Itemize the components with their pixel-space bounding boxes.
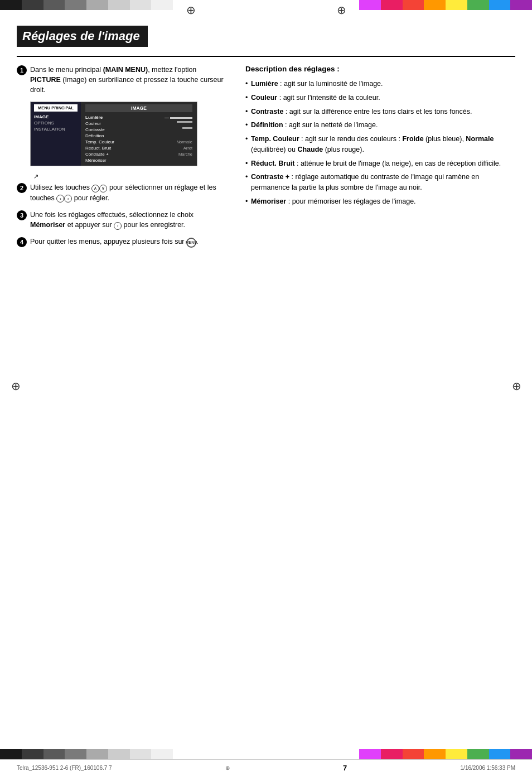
menu-illustration: MENU PRINCIPAL IMAGE OPTIONS INSTALLATIO… (30, 102, 197, 166)
menu-item-lumiere: Lumière — (85, 114, 192, 121)
bottom-color-bars-left (0, 749, 173, 759)
page-number: 7 (343, 764, 347, 772)
step-4-number: 4 (17, 237, 27, 247)
desc-item-couleur: Couleur : agit sur l'intensité de la cou… (245, 93, 515, 103)
menu-right-title: IMAGE (85, 104, 192, 112)
description-list: Lumière : agit sur la luminosité de l'im… (245, 79, 515, 207)
main-two-col: 1 Dans le menu principal (MAIN MENU), me… (17, 65, 515, 254)
step-2-text: Utilisez les touches ∧∨ pour sélectionne… (30, 182, 229, 203)
menu-item-memoriser: Mémoriser (85, 157, 192, 163)
menu-left-item-options: OPTIONS (34, 120, 78, 126)
desc-item-contraste: Contraste : agit sur la différence entre… (245, 107, 515, 117)
step-4: 4 Pour quitter les menus, appuyez plusie… (17, 237, 229, 248)
step-3-text: Une fois les réglages effectués, sélecti… (30, 210, 229, 230)
left-column: 1 Dans le menu principal (MAIN MENU), me… (17, 65, 229, 254)
right-column: Description des réglages : Lumière : agi… (245, 65, 515, 210)
menu-item-reduct-bruit: Reduct. Bruit Arrêt (85, 145, 192, 151)
step-2: 2 Utilisez les touches ∧∨ pour sélection… (17, 182, 229, 203)
description-title: Description des réglages : (245, 65, 515, 73)
desc-item-definition: Définition : agit sur la netteté de l'im… (245, 120, 515, 131)
arrow-right-circle: › (64, 195, 72, 203)
footer-reg-mark: ⊕ (225, 765, 230, 771)
top-color-bars-right (359, 0, 532, 10)
top-color-bars-left (0, 0, 173, 10)
arrow-down-circle: ∨ (99, 185, 107, 192)
menu-item-couleur: Couleur (85, 121, 192, 127)
desc-item-reduct-bruit: Réduct. Bruit : atténue le bruit de l'im… (245, 158, 515, 169)
page-content: Réglages de l'image 1 Dans le menu princ… (17, 17, 515, 743)
menu-item-definition: Définition (85, 133, 192, 139)
title-divider (17, 56, 515, 57)
menu-item-temp-couleur: Temp. Couleur Normale (85, 139, 192, 145)
page-title-box: Réglages de l'image (17, 26, 148, 47)
desc-item-contraste-plus: Contraste + : réglage automatique du con… (245, 172, 515, 193)
page-footer: Telra_12536-951 2-6 (FR)_160106.7 7 ⊕ 7 … (0, 759, 532, 776)
desc-item-temp-couleur: Temp. Couleur : agit sur le rendu des co… (245, 134, 515, 155)
menu-item-contraste-plus: Contraste + Marche (85, 151, 192, 157)
desc-item-memoriser: Mémoriser : pour mémoriser les réglages … (245, 196, 515, 207)
step-3: 3 Une fois les réglages effectués, sélec… (17, 210, 229, 230)
step-3-number: 3 (17, 210, 27, 220)
menu-item-contraste: Contraste (85, 127, 192, 133)
menu-left-panel: MENU PRINCIPAL IMAGE OPTIONS INSTALLATIO… (31, 102, 81, 166)
page-title: Réglages de l'image (22, 29, 140, 44)
menu-left-item-installation: INSTALLATION (34, 126, 78, 132)
arrow-up-circle: ∧ (91, 185, 99, 192)
bottom-color-bars-right (359, 749, 532, 759)
desc-item-lumiere: Lumière : agit sur la luminosité de l'im… (245, 79, 515, 89)
footer-left: Telra_12536-951 2-6 (FR)_160106.7 7 (17, 765, 112, 771)
menu-left-header: MENU PRINCIPAL (34, 104, 78, 112)
step-1-number: 1 (17, 65, 27, 75)
arrow-indicator: ↗ (33, 173, 229, 180)
menu-left-item-image: IMAGE (34, 114, 78, 120)
arrow-left-circle: ‹ (56, 195, 64, 203)
confirm-circle: › (114, 222, 122, 230)
step-4-text: Pour quitter les menus, appuyez plusieur… (30, 237, 198, 248)
step-1: 1 Dans le menu principal (MAIN MENU), me… (17, 65, 229, 95)
step-1-text: Dans le menu principal (MAIN MENU), mett… (30, 65, 229, 95)
footer-right: 1/16/2006 1:56:33 PM (461, 765, 515, 771)
reg-mark-top-right: ⊕ (335, 3, 348, 17)
step-2-number: 2 (17, 183, 27, 193)
reg-mark-top-left: ⊕ (184, 3, 197, 17)
menu-button-circle: MENU (186, 238, 196, 248)
menu-right-panel: IMAGE Lumière — Couleur Contraste Déf (81, 102, 197, 166)
